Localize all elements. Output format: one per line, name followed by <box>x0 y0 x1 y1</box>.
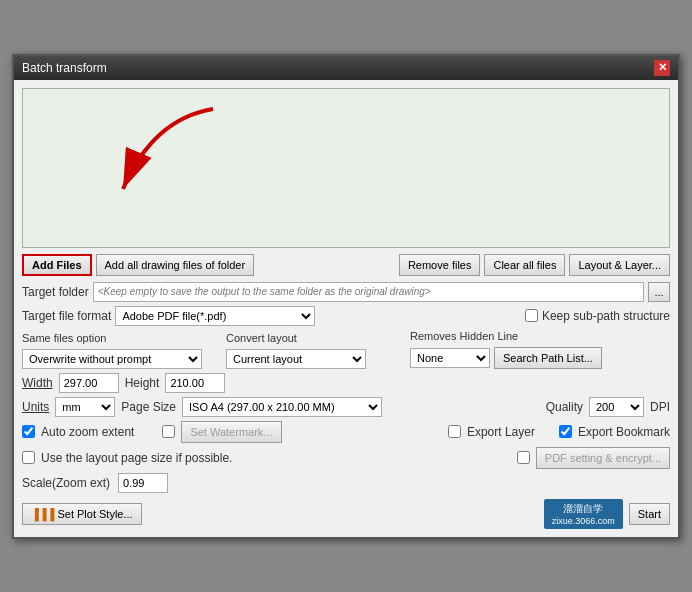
height-label: Height <box>125 376 160 390</box>
search-path-list-button[interactable]: Search Path List... <box>494 347 602 369</box>
height-input[interactable] <box>165 373 225 393</box>
plot-style-icon: ▐▐▐ <box>31 508 54 520</box>
width-input[interactable] <box>59 373 119 393</box>
file-format-select[interactable]: Adobe PDF file(*.pdf) <box>115 306 315 326</box>
set-plot-style-button[interactable]: ▐▐▐ Set Plot Style... <box>22 503 142 525</box>
start-button[interactable]: Start <box>629 503 670 525</box>
target-folder-input[interactable] <box>93 282 644 302</box>
export-layer-checkbox[interactable] <box>448 425 461 438</box>
arrow-indicator <box>73 99 253 239</box>
layout-layer-button[interactable]: Layout & Layer... <box>569 254 670 276</box>
close-button[interactable]: ✕ <box>654 60 670 76</box>
target-folder-label: Target folder <box>22 285 89 299</box>
same-files-select[interactable]: Overwrite without prompt <box>22 349 202 369</box>
auto-zoom-checkbox[interactable] <box>22 425 35 438</box>
export-layer-label: Export Layer <box>467 425 535 439</box>
options-three-col: Same files option Overwrite without prom… <box>22 330 670 369</box>
export-options-row: Auto zoom extent Set Watermark... Export… <box>22 421 670 443</box>
export-bookmark-checkbox[interactable] <box>559 425 572 438</box>
use-layout-page-checkbox[interactable] <box>22 451 35 464</box>
target-file-format-row: Target file format Adobe PDF file(*.pdf)… <box>22 306 670 326</box>
units-label: Units <box>22 400 49 414</box>
removes-hidden-col: Removes Hidden Line None Search Path Lis… <box>410 330 670 369</box>
units-select[interactable]: mm <box>55 397 115 417</box>
target-folder-row: Target folder ... <box>22 282 670 302</box>
keep-sub-path-checkbox[interactable] <box>525 309 538 322</box>
scale-label: Scale(Zoom ext) <box>22 476 110 490</box>
dpi-label: DPI <box>650 400 670 414</box>
batch-transform-window: Batch transform ✕ Add Files Add all draw… <box>12 54 680 539</box>
quality-label: Quality <box>546 400 583 414</box>
add-files-button[interactable]: Add Files <box>22 254 92 276</box>
title-bar: Batch transform ✕ <box>14 56 678 80</box>
bottom-row: ▐▐▐ Set Plot Style... 溜溜自学 zixue.3066.co… <box>22 499 670 529</box>
keep-sub-path-label: Keep sub-path structure <box>542 309 670 323</box>
file-list-area <box>22 88 670 248</box>
export-bookmark-label: Export Bookmark <box>578 425 670 439</box>
width-label: Width <box>22 376 53 390</box>
convert-layout-select[interactable]: Current layout <box>226 349 366 369</box>
width-height-row: Width Height <box>22 373 670 393</box>
set-watermark-checkbox[interactable] <box>162 425 175 438</box>
scale-row: Scale(Zoom ext) <box>22 473 670 493</box>
scale-input[interactable] <box>118 473 168 493</box>
auto-zoom-label: Auto zoom extent <box>41 425 134 439</box>
removes-hidden-select[interactable]: None <box>410 348 490 368</box>
browse-button[interactable]: ... <box>648 282 670 302</box>
clear-all-files-button[interactable]: Clear all files <box>484 254 565 276</box>
file-action-buttons: Add Files Add all drawing files of folde… <box>22 254 670 276</box>
removes-hidden-label: Removes Hidden Line <box>410 330 670 342</box>
pdf-setting-button[interactable]: PDF setting & encrypt... <box>536 447 670 469</box>
main-content: Add Files Add all drawing files of folde… <box>14 80 678 537</box>
units-row: Units mm Page Size ISO A4 (297.00 x 210.… <box>22 397 670 417</box>
watermark-logo: 溜溜自学 zixue.3066.com <box>544 499 623 529</box>
convert-layout-col: Convert layout Current layout <box>226 332 406 369</box>
pdf-setting-checkbox[interactable] <box>517 451 530 464</box>
page-size-label: Page Size <box>121 400 176 414</box>
remove-files-button[interactable]: Remove files <box>399 254 481 276</box>
window-title: Batch transform <box>22 61 107 75</box>
page-size-select[interactable]: ISO A4 (297.00 x 210.00 MM) <box>182 397 382 417</box>
set-watermark-button[interactable]: Set Watermark... <box>181 421 281 443</box>
same-files-label: Same files option <box>22 332 222 344</box>
quality-select[interactable]: 200 <box>589 397 644 417</box>
use-layout-page-label: Use the layout page size if possible. <box>41 451 232 465</box>
layout-pdf-row: Use the layout page size if possible. PD… <box>22 447 670 469</box>
add-all-drawing-button[interactable]: Add all drawing files of folder <box>96 254 255 276</box>
target-file-format-label: Target file format <box>22 309 111 323</box>
same-files-col: Same files option Overwrite without prom… <box>22 332 222 369</box>
convert-layout-label: Convert layout <box>226 332 406 344</box>
